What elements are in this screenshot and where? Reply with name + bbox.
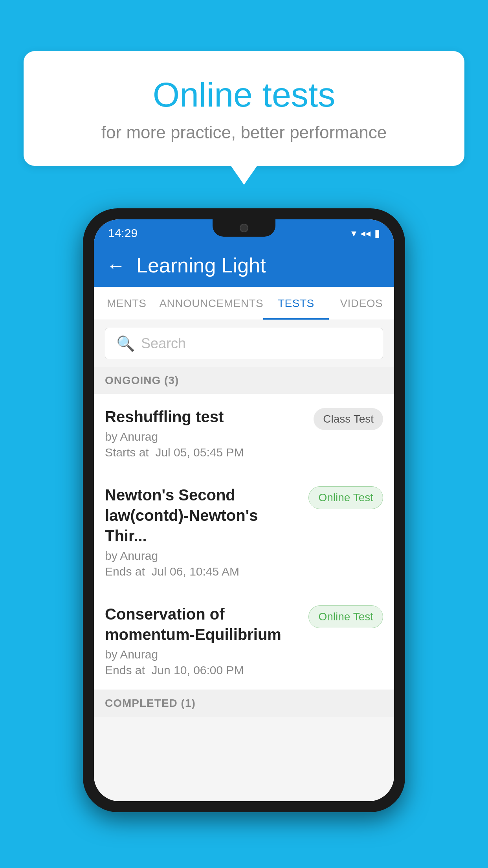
- test-by: by Anurag: [105, 549, 301, 563]
- test-item-content: Conservation of momentum-Equilibrium by …: [105, 604, 301, 677]
- app-title: Learning Light: [136, 254, 266, 277]
- test-name: Conservation of momentum-Equilibrium: [105, 604, 301, 645]
- wifi-icon: ▾: [351, 227, 356, 239]
- search-container: 🔍 Search: [94, 320, 394, 367]
- ongoing-section-header: ONGOING (3): [94, 367, 394, 394]
- app-bar: ← Learning Light: [94, 244, 394, 287]
- battery-icon: ▮: [374, 227, 380, 239]
- phone-notch: [213, 219, 275, 237]
- tab-announcements[interactable]: ANNOUNCEMENTS: [159, 287, 263, 320]
- tabs-bar: MENTS ANNOUNCEMENTS TESTS VIDEOS: [94, 287, 394, 320]
- status-icons: ▾ ◂◂ ▮: [351, 227, 380, 239]
- test-item[interactable]: Reshuffling test by Anurag Starts at Jul…: [94, 394, 394, 472]
- test-date: Ends at Jun 10, 06:00 PM: [105, 664, 301, 677]
- test-list: Reshuffling test by Anurag Starts at Jul…: [94, 394, 394, 690]
- back-button[interactable]: ←: [106, 255, 125, 276]
- tab-videos[interactable]: VIDEOS: [329, 287, 394, 320]
- phone-camera: [240, 224, 248, 232]
- test-item[interactable]: Conservation of momentum-Equilibrium by …: [94, 591, 394, 690]
- test-name: Reshuffling test: [105, 406, 306, 427]
- test-item[interactable]: Newton's Second law(contd)-Newton's Thir…: [94, 472, 394, 591]
- test-by: by Anurag: [105, 430, 306, 443]
- phone-mockup: 14:29 ▾ ◂◂ ▮ ← Learning Light MENTS ANNO…: [83, 208, 405, 812]
- bubble-subtitle: for more practice, better performance: [55, 123, 433, 142]
- test-by: by Anurag: [105, 648, 301, 661]
- test-item-content: Reshuffling test by Anurag Starts at Jul…: [105, 406, 306, 459]
- search-box[interactable]: 🔍 Search: [105, 328, 383, 359]
- search-input[interactable]: Search: [141, 335, 186, 352]
- search-icon: 🔍: [116, 335, 135, 352]
- test-badge-online: Online Test: [308, 605, 383, 628]
- tab-ments[interactable]: MENTS: [94, 287, 159, 320]
- speech-bubble: Online tests for more practice, better p…: [24, 51, 464, 166]
- test-badge-online: Online Test: [308, 486, 383, 509]
- test-date: Starts at Jul 05, 05:45 PM: [105, 446, 306, 459]
- test-date: Ends at Jul 06, 10:45 AM: [105, 565, 301, 578]
- phone-screen: 14:29 ▾ ◂◂ ▮ ← Learning Light MENTS ANNO…: [94, 219, 394, 801]
- bubble-title: Online tests: [55, 75, 433, 115]
- test-name: Newton's Second law(contd)-Newton's Thir…: [105, 485, 301, 546]
- status-time: 14:29: [108, 226, 138, 240]
- test-badge-class: Class Test: [314, 408, 383, 430]
- tab-tests[interactable]: TESTS: [263, 287, 328, 320]
- test-item-content: Newton's Second law(contd)-Newton's Thir…: [105, 485, 301, 578]
- signal-icon: ◂◂: [360, 227, 371, 239]
- completed-section-header: COMPLETED (1): [94, 690, 394, 717]
